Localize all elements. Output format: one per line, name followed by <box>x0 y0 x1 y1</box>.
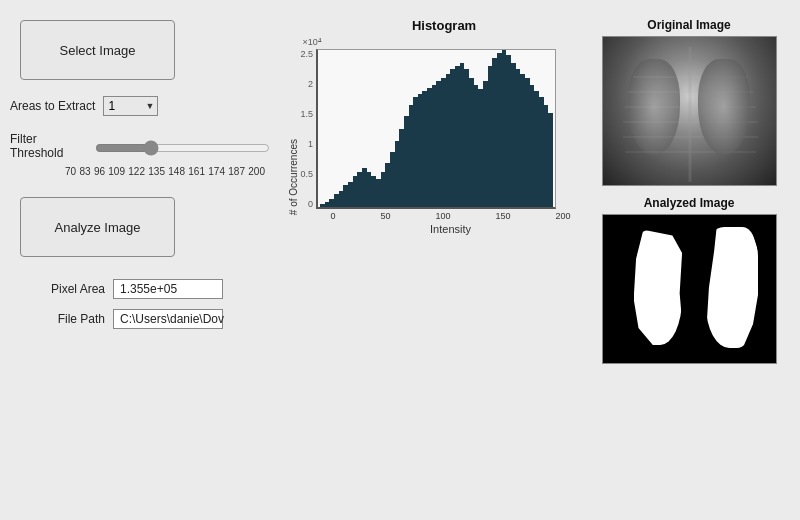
main-container: Select Image Areas to Extract 1 2 3 Filt… <box>0 0 800 520</box>
select-image-button[interactable]: Select Image <box>20 20 175 80</box>
select-image-label: Select Image <box>60 43 136 58</box>
pixel-area-value: 1.355e+05 <box>113 279 223 299</box>
xray-overlay <box>603 37 777 186</box>
analyze-image-button[interactable]: Analyze Image <box>20 197 175 257</box>
y-ticks: 2.5 2 1.5 1 0.5 0 <box>301 49 314 209</box>
xray-image <box>603 37 776 185</box>
left-panel: Select Image Areas to Extract 1 2 3 Filt… <box>10 10 270 510</box>
y-axis-label: # of Occurrences <box>288 139 299 215</box>
histogram-bar <box>548 113 553 207</box>
tick-labels: 70 83 96 109 122 135 148 161 174 187 200 <box>65 166 265 177</box>
x-axis-labels: 0 50 100 150 200 <box>331 211 571 221</box>
lung-left <box>634 230 682 345</box>
original-image-title: Original Image <box>647 18 730 32</box>
file-path-value: C:\Users\danie\Dov <box>113 309 223 329</box>
analyze-btn-area: Analyze Image <box>10 197 270 257</box>
histogram-wrapper: # of Occurrences ×10⁴ 2.5 2 1.5 1 0.5 0 <box>288 37 571 235</box>
histogram-chart <box>316 49 556 209</box>
histogram-area: ×10⁴ 2.5 2 1.5 1 0.5 0 <box>301 37 571 235</box>
center-panel: Histogram # of Occurrences ×10⁴ 2.5 2 1.… <box>280 10 578 510</box>
file-path-label: File Path <box>30 312 105 326</box>
right-panel: Original Image <box>588 10 790 510</box>
info-section: Pixel Area 1.355e+05 File Path C:\Users\… <box>30 279 270 339</box>
areas-select-wrapper[interactable]: 1 2 3 <box>103 96 158 116</box>
pixel-area-label: Pixel Area <box>30 282 105 296</box>
analyzed-image-section: Analyzed Image <box>588 196 790 364</box>
areas-to-extract-row: Areas to Extract 1 2 3 <box>10 96 270 116</box>
file-path-row: File Path C:\Users\danie\Dov <box>30 309 270 329</box>
original-image-section: Original Image <box>588 18 790 186</box>
analyzed-image-title: Analyzed Image <box>644 196 735 210</box>
filter-threshold-slider[interactable] <box>95 139 270 157</box>
histogram-title: Histogram <box>412 18 476 33</box>
histogram-bars <box>318 50 555 207</box>
analyzed-image-display <box>602 214 777 364</box>
chart-with-y-ticks: 2.5 2 1.5 1 0.5 0 <box>301 49 557 209</box>
y-scale-label: ×10⁴ <box>303 37 322 47</box>
x-axis-title: Intensity <box>331 223 571 235</box>
original-image-display <box>602 36 777 186</box>
areas-select[interactable]: 1 2 3 <box>103 96 158 116</box>
analyzed-image <box>603 215 776 363</box>
areas-label: Areas to Extract <box>10 99 95 113</box>
lung-right <box>706 227 758 348</box>
filter-threshold-section: Filter Threshold 70 83 96 109 122 135 14… <box>10 132 270 177</box>
analyze-image-label: Analyze Image <box>55 220 141 235</box>
filter-row: Filter Threshold <box>10 132 270 164</box>
filter-label: Filter Threshold <box>10 132 83 160</box>
pixel-area-row: Pixel Area 1.355e+05 <box>30 279 270 299</box>
